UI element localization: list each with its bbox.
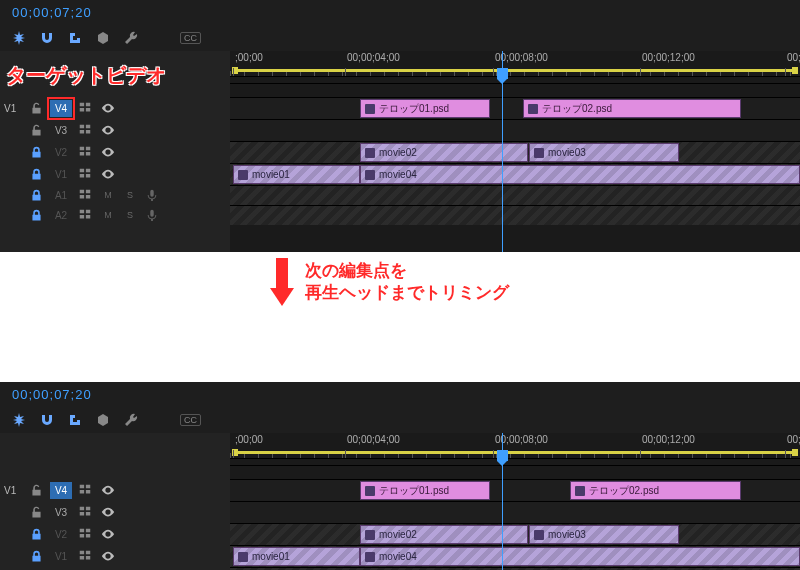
lock-icon[interactable]: [28, 526, 44, 542]
voiceover-mic-icon[interactable]: [144, 207, 160, 223]
toggle-output-icon[interactable]: [100, 482, 116, 498]
playhead-handle-icon[interactable]: [497, 450, 508, 461]
snap-icon[interactable]: [40, 31, 54, 45]
toggle-output-icon[interactable]: [100, 504, 116, 520]
track-header-a1[interactable]: A1 M S: [0, 185, 230, 205]
track-lane-a1[interactable]: [230, 185, 800, 205]
solo-button[interactable]: S: [122, 207, 138, 223]
track-lane-a2[interactable]: [230, 205, 800, 225]
sync-lock-icon[interactable]: [78, 548, 94, 564]
snap-icon[interactable]: [40, 413, 54, 427]
track-header-v3[interactable]: V3: [0, 501, 230, 523]
clip-telop01[interactable]: テロップ01.psd: [360, 99, 490, 118]
source-patch-v1[interactable]: V1: [4, 103, 22, 114]
sync-lock-icon[interactable]: [78, 504, 94, 520]
track-target-v2[interactable]: V2: [50, 144, 72, 161]
clip-movie01[interactable]: movie01: [233, 165, 360, 184]
playhead[interactable]: [502, 51, 503, 252]
time-ruler[interactable]: ;00;00 00;00;04;00 00;00;08;00 00;00;12;…: [230, 51, 800, 77]
lock-icon[interactable]: [28, 207, 44, 223]
sync-lock-icon[interactable]: [78, 166, 94, 182]
track-target-v1[interactable]: V1: [50, 548, 72, 565]
track-target-v4[interactable]: V4: [50, 482, 72, 499]
time-ruler[interactable]: ;00;00 00;00;04;00 00;00;08;00 00;00;12;…: [230, 433, 800, 459]
settings-wrench-icon[interactable]: [124, 31, 138, 45]
clip-telop02[interactable]: テロップ02.psd: [523, 99, 741, 118]
track-lane-v1[interactable]: movie01 movie04: [230, 163, 800, 185]
clip-telop02[interactable]: テロップ02.psd: [570, 481, 741, 500]
sync-lock-icon[interactable]: [78, 144, 94, 160]
work-area-bar[interactable]: [234, 451, 796, 454]
lock-icon[interactable]: [28, 482, 44, 498]
track-lane-v3[interactable]: [230, 501, 800, 523]
track-target-a2[interactable]: A2: [50, 207, 72, 224]
lock-icon[interactable]: [28, 187, 44, 203]
nest-icon[interactable]: [12, 31, 26, 45]
marker-icon[interactable]: [96, 31, 110, 45]
track-target-v2[interactable]: V2: [50, 526, 72, 543]
clip-movie01[interactable]: movie01: [233, 547, 360, 566]
track-header-v4[interactable]: V1 V4: [0, 479, 230, 501]
track-lane-v4[interactable]: テロップ01.psd テロップ02.psd: [230, 97, 800, 119]
captions-cc-button[interactable]: CC: [180, 32, 201, 44]
linked-selection-icon[interactable]: [68, 31, 82, 45]
track-header-v1[interactable]: V1: [0, 545, 230, 567]
track-header-v4[interactable]: V1 V4: [0, 97, 230, 119]
track-target-a1[interactable]: A1: [50, 187, 72, 204]
toggle-output-icon[interactable]: [100, 526, 116, 542]
marker-icon[interactable]: [96, 413, 110, 427]
track-header-v1[interactable]: V1: [0, 163, 230, 185]
ruler-tick: 00;00;04;00: [347, 52, 400, 63]
track-header-a2[interactable]: A2 M S: [0, 205, 230, 225]
source-patch-v1[interactable]: V1: [4, 485, 22, 496]
clip-movie03[interactable]: movie03: [529, 143, 679, 162]
toggle-output-icon[interactable]: [100, 548, 116, 564]
sync-lock-icon[interactable]: [78, 122, 94, 138]
voiceover-mic-icon[interactable]: [144, 187, 160, 203]
track-header-v2[interactable]: V2: [0, 141, 230, 163]
track-target-v3[interactable]: V3: [50, 122, 72, 139]
toggle-output-icon[interactable]: [100, 122, 116, 138]
track-header-v2[interactable]: V2: [0, 523, 230, 545]
toggle-output-icon[interactable]: [100, 166, 116, 182]
lock-icon[interactable]: [28, 100, 44, 116]
timeline-tool-row: CC: [0, 25, 800, 51]
work-area-bar[interactable]: [234, 69, 796, 72]
track-target-v1[interactable]: V1: [50, 166, 72, 183]
lock-icon[interactable]: [28, 122, 44, 138]
playhead-handle-icon[interactable]: [497, 68, 508, 79]
captions-cc-button[interactable]: CC: [180, 414, 201, 426]
track-lane-v3[interactable]: [230, 119, 800, 141]
sync-lock-icon[interactable]: [78, 100, 94, 116]
sync-lock-icon[interactable]: [78, 207, 94, 223]
toggle-output-icon[interactable]: [100, 100, 116, 116]
clip-telop01[interactable]: テロップ01.psd: [360, 481, 490, 500]
track-target-v4[interactable]: V4: [50, 100, 72, 117]
mute-button[interactable]: M: [100, 187, 116, 203]
clip-movie04[interactable]: movie04: [360, 547, 800, 566]
track-target-v3[interactable]: V3: [50, 504, 72, 521]
toggle-output-icon[interactable]: [100, 144, 116, 160]
lock-icon[interactable]: [28, 144, 44, 160]
clip-movie03[interactable]: movie03: [529, 525, 679, 544]
track-header-v3[interactable]: V3: [0, 119, 230, 141]
sync-lock-icon[interactable]: [78, 526, 94, 542]
mute-button[interactable]: M: [100, 207, 116, 223]
solo-button[interactable]: S: [122, 187, 138, 203]
track-lane-v2[interactable]: movie02 movie03: [230, 141, 800, 163]
lock-icon[interactable]: [28, 166, 44, 182]
playhead[interactable]: [502, 433, 503, 570]
timeline-canvas[interactable]: ;00;00 00;00;04;00 00;00;08;00 00;00;12;…: [230, 51, 800, 252]
track-lane-v4[interactable]: テロップ01.psd テロップ02.psd: [230, 479, 800, 501]
lock-icon[interactable]: [28, 504, 44, 520]
sync-lock-icon[interactable]: [78, 482, 94, 498]
lock-icon[interactable]: [28, 548, 44, 564]
track-lane-v2[interactable]: movie02 movie03: [230, 523, 800, 545]
nest-icon[interactable]: [12, 413, 26, 427]
settings-wrench-icon[interactable]: [124, 413, 138, 427]
sync-lock-icon[interactable]: [78, 187, 94, 203]
linked-selection-icon[interactable]: [68, 413, 82, 427]
timeline-canvas[interactable]: ;00;00 00;00;04;00 00;00;08;00 00;00;12;…: [230, 433, 800, 570]
clip-movie04[interactable]: movie04: [360, 165, 800, 184]
track-lane-v1[interactable]: movie01 movie04: [230, 545, 800, 567]
